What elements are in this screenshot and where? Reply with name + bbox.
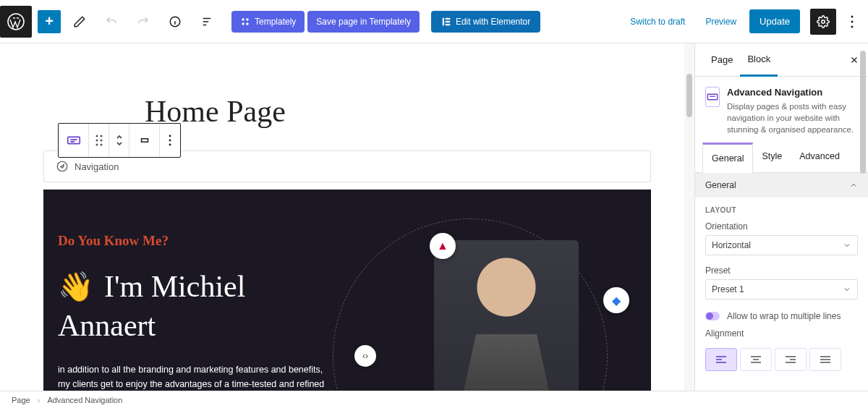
switch-to-draft-link[interactable]: Switch to draft bbox=[623, 11, 692, 33]
save-templately-label: Save page in Templately bbox=[316, 17, 411, 27]
breadcrumb-footer: Page › Advanced Navigation bbox=[0, 391, 868, 408]
svg-point-4 bbox=[242, 22, 244, 25]
templately-button[interactable]: Templately bbox=[231, 11, 305, 33]
editor-main: Home Page Navigation bbox=[0, 43, 868, 391]
align-justify-button[interactable] bbox=[809, 348, 841, 371]
svg-point-12 bbox=[851, 20, 854, 22]
block-inner-tabs: General Style Advanced bbox=[695, 143, 868, 173]
settings-sidebar: Page Block Advanced Navigation Display p… bbox=[694, 43, 868, 391]
editor-topbar: + Templately Save page in Templately Edi… bbox=[0, 0, 868, 43]
block-name: Advanced Navigation bbox=[727, 87, 858, 98]
wrap-toggle[interactable] bbox=[705, 312, 720, 320]
info-icon[interactable] bbox=[162, 9, 188, 35]
block-type-icon[interactable] bbox=[59, 124, 89, 157]
templately-label: Templately bbox=[255, 17, 296, 27]
align-left-button[interactable] bbox=[705, 348, 737, 371]
align-icon[interactable] bbox=[129, 124, 160, 157]
svg-point-5 bbox=[246, 22, 249, 25]
edit-elementor-button[interactable]: Edit with Elementor bbox=[431, 11, 540, 33]
canvas-scrollbar[interactable] bbox=[684, 43, 694, 391]
svg-rect-9 bbox=[446, 23, 450, 25]
preview-link[interactable]: Preview bbox=[698, 11, 744, 33]
preset-field: Preset Preset 1 bbox=[695, 263, 868, 307]
orientation-select[interactable]: Horizontal bbox=[705, 235, 858, 255]
drag-handle-icon[interactable] bbox=[89, 124, 109, 157]
accordion-general[interactable]: General bbox=[695, 173, 868, 197]
preset-select[interactable]: Preset 1 bbox=[705, 279, 858, 299]
wordpress-logo[interactable] bbox=[0, 6, 32, 38]
redo-icon[interactable] bbox=[130, 9, 156, 35]
chevron-up-icon bbox=[849, 181, 858, 190]
preset-value: Preset 1 bbox=[712, 284, 744, 294]
more-options-icon[interactable] bbox=[842, 15, 862, 28]
layout-section-label: LAYOUT bbox=[695, 197, 868, 218]
save-templately-button[interactable]: Save page in Templately bbox=[307, 11, 420, 33]
alignment-label: Alignment bbox=[705, 328, 858, 339]
compass-icon bbox=[56, 160, 69, 173]
editor-canvas[interactable]: Home Page Navigation bbox=[0, 43, 694, 391]
block-desc-text: Display pages & posts with easy navigati… bbox=[727, 101, 858, 135]
edit-elementor-label: Edit with Elementor bbox=[456, 17, 530, 27]
settings-button[interactable] bbox=[810, 9, 836, 35]
wave-emoji: 👋 bbox=[58, 270, 94, 304]
svg-point-24 bbox=[169, 144, 171, 146]
tab-style[interactable]: Style bbox=[753, 143, 791, 172]
svg-rect-8 bbox=[446, 20, 450, 22]
svg-point-25 bbox=[57, 161, 67, 171]
breadcrumb-sep-icon: › bbox=[38, 396, 41, 404]
svg-point-13 bbox=[851, 25, 854, 27]
align-center-button[interactable] bbox=[740, 348, 772, 371]
block-icon bbox=[705, 87, 720, 107]
svg-point-0 bbox=[8, 14, 24, 30]
hero-section[interactable]: Do You Know Me? 👋 I'm Michiel Annaert in… bbox=[43, 190, 651, 391]
svg-point-10 bbox=[822, 20, 825, 23]
svg-point-16 bbox=[100, 135, 102, 137]
update-button[interactable]: Update bbox=[749, 9, 800, 33]
arrows-icon: ‹› bbox=[354, 345, 376, 367]
add-block-button[interactable]: + bbox=[38, 10, 61, 33]
list-view-icon[interactable] bbox=[194, 9, 220, 35]
navigation-block-label: Navigation bbox=[75, 161, 119, 172]
undo-icon[interactable] bbox=[98, 9, 124, 35]
breadcrumb-current[interactable]: Advanced Navigation bbox=[47, 396, 122, 404]
move-up-down-icon[interactable] bbox=[109, 124, 129, 157]
hero-description: in addition to all the branding and mark… bbox=[58, 362, 333, 391]
breadcrumb-root[interactable]: Page bbox=[12, 396, 30, 404]
svg-point-22 bbox=[169, 135, 171, 137]
wrap-toggle-row[interactable]: Allow to wrap to multiple lines bbox=[695, 307, 868, 326]
hero-heading-line1: I'm Michiel bbox=[104, 269, 245, 305]
portrait-image bbox=[434, 240, 579, 391]
svg-rect-26 bbox=[707, 94, 718, 100]
orientation-value: Horizontal bbox=[712, 240, 751, 250]
svg-rect-21 bbox=[141, 139, 148, 143]
svg-point-20 bbox=[100, 144, 102, 146]
svg-point-3 bbox=[246, 18, 249, 21]
svg-point-17 bbox=[95, 140, 98, 142]
orientation-field: Orientation Horizontal bbox=[695, 218, 868, 263]
block-more-icon[interactable] bbox=[160, 124, 180, 157]
svg-point-18 bbox=[100, 140, 102, 142]
orientation-label: Orientation bbox=[705, 221, 858, 231]
alignment-group bbox=[695, 344, 868, 375]
svg-point-23 bbox=[169, 140, 171, 142]
tab-block[interactable]: Block bbox=[740, 43, 778, 77]
angular-icon: ▲ bbox=[430, 233, 456, 259]
svg-point-11 bbox=[851, 15, 854, 17]
preset-label: Preset bbox=[705, 265, 858, 276]
block-description: Advanced Navigation Display pages & post… bbox=[695, 77, 868, 143]
edit-mode-icon[interactable] bbox=[67, 9, 93, 35]
svg-point-2 bbox=[242, 18, 244, 21]
vscode-icon: ◆ bbox=[603, 287, 629, 313]
sidebar-scrollbar[interactable] bbox=[858, 43, 868, 391]
chevron-down-icon bbox=[843, 285, 851, 294]
accordion-general-label: General bbox=[705, 180, 736, 190]
dropdown-section-label: DROPDOWN MENUS bbox=[695, 386, 868, 391]
chevron-down-icon bbox=[843, 241, 851, 250]
page-title[interactable]: Home Page bbox=[145, 94, 651, 129]
svg-point-15 bbox=[95, 135, 98, 137]
tab-general[interactable]: General bbox=[702, 143, 753, 173]
tab-advanced[interactable]: Advanced bbox=[791, 143, 848, 172]
align-right-button[interactable] bbox=[775, 348, 807, 371]
page-title-area: Home Page bbox=[43, 65, 651, 129]
tab-page[interactable]: Page bbox=[704, 44, 740, 75]
